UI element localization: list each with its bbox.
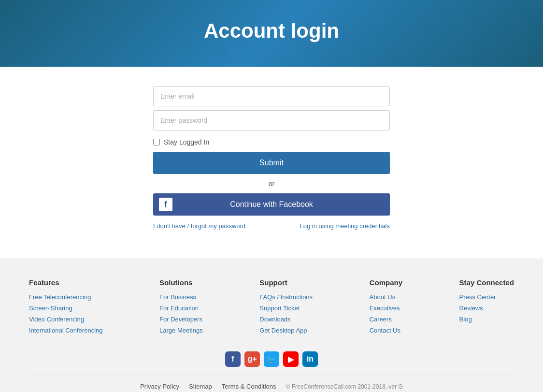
social-twitter-icon[interactable]: 🐦	[264, 351, 279, 367]
footer-link[interactable]: Video Conferencing	[29, 316, 84, 323]
social-facebook-icon[interactable]: f	[225, 351, 241, 367]
footer-col-heading: Features	[29, 278, 103, 287]
list-item: Executives	[370, 304, 402, 312]
footer-col-heading: Support	[259, 278, 313, 287]
list-item: For Developers	[159, 315, 203, 323]
footer-link[interactable]: Careers	[370, 316, 392, 323]
page-header: Account login	[0, 0, 543, 67]
footer-bottom-link[interactable]: Privacy Policy	[140, 383, 179, 390]
footer-col-heading: Solutions	[159, 278, 203, 287]
footer-col: SupportFAQs / InstructionsSupport Ticket…	[259, 278, 313, 337]
meeting-credentials-link[interactable]: Log in using meeting credentials	[300, 222, 390, 230]
footer-col: Stay ConnectedPress CenterReviewsBlog	[459, 278, 514, 337]
list-item: Downloads	[259, 315, 313, 323]
list-item: Contact Us	[370, 326, 402, 334]
footer-link[interactable]: For Education	[159, 305, 199, 312]
list-item: Screen Sharing	[29, 304, 103, 312]
list-item: Video Conferencing	[29, 315, 103, 323]
footer-link[interactable]: Press Center	[459, 293, 496, 301]
list-item: For Business	[159, 292, 203, 301]
login-form: Stay Logged In Submit or f Continue with…	[153, 86, 390, 230]
footer-col: CompanyAbout UsExecutivesCareersContact …	[370, 278, 402, 337]
list-item: Support Ticket	[259, 304, 313, 312]
footer-bottom-link[interactable]: Terms & Conditions	[222, 383, 276, 390]
forgot-password-link[interactable]: I don't have / forgot my password	[153, 222, 245, 230]
footer-link[interactable]: Blog	[459, 316, 472, 323]
footer-columns: FeaturesFree TeleconferencingScreen Shar…	[29, 278, 514, 337]
stay-logged-in-checkbox[interactable]	[153, 139, 160, 145]
list-item: FAQs / Instructions	[259, 292, 313, 301]
footer-link[interactable]: For Business	[159, 293, 196, 301]
list-item: Get Desktop App	[259, 326, 313, 334]
footer-bottom: Privacy PolicySitemapTerms & Conditions©…	[29, 375, 514, 390]
footer-bottom-link[interactable]: Sitemap	[189, 383, 212, 390]
facebook-button[interactable]: f Continue with Facebook	[153, 193, 390, 216]
footer-link[interactable]: Support Ticket	[259, 305, 300, 312]
facebook-button-label: Continue with Facebook	[230, 200, 313, 209]
list-item: Reviews	[459, 304, 514, 312]
social-youtube-icon[interactable]: ▶	[283, 351, 299, 367]
footer-link[interactable]: Contact Us	[370, 327, 400, 334]
stay-logged-in-row: Stay Logged In	[153, 138, 390, 146]
stay-logged-in-label: Stay Logged In	[164, 138, 209, 146]
footer-link[interactable]: Screen Sharing	[29, 305, 72, 312]
footer-link[interactable]: Get Desktop App	[259, 327, 307, 334]
footer-link[interactable]: Large Meetings	[159, 327, 203, 334]
list-item: About Us	[370, 292, 402, 301]
submit-button[interactable]: Submit	[153, 152, 390, 174]
footer-col: FeaturesFree TeleconferencingScreen Shar…	[29, 278, 103, 337]
password-input[interactable]	[153, 110, 390, 131]
footer-link[interactable]: Downloads	[259, 316, 290, 323]
footer-link[interactable]: About Us	[370, 293, 395, 301]
facebook-icon: f	[159, 198, 172, 211]
list-item: For Education	[159, 304, 203, 312]
footer-col-heading: Stay Connected	[459, 278, 514, 287]
footer-link[interactable]: International Conferencing	[29, 327, 103, 334]
footer-link[interactable]: For Developers	[159, 316, 202, 323]
or-divider: or	[153, 180, 390, 188]
form-links: I don't have / forgot my password Log in…	[153, 222, 390, 230]
email-input[interactable]	[153, 86, 390, 106]
footer-link[interactable]: Executives	[370, 305, 400, 312]
social-googleplus-icon[interactable]: g+	[244, 351, 260, 367]
footer: FeaturesFree TeleconferencingScreen Shar…	[0, 259, 543, 392]
social-icons: f g+ 🐦 ▶ in	[29, 351, 514, 367]
footer-link[interactable]: Free Teleconferencing	[29, 293, 91, 301]
copyright-text: © FreeConferenceCall.com 2001-2018, ver …	[286, 383, 403, 390]
footer-link[interactable]: FAQs / Instructions	[259, 293, 313, 301]
main-content: Stay Logged In Submit or f Continue with…	[0, 67, 543, 259]
list-item: Careers	[370, 315, 402, 323]
list-item: Large Meetings	[159, 326, 203, 334]
footer-col: SolutionsFor BusinessFor EducationFor De…	[159, 278, 203, 337]
list-item: Blog	[459, 315, 514, 323]
list-item: International Conferencing	[29, 326, 103, 334]
page-title: Account login	[10, 19, 533, 43]
footer-col-heading: Company	[370, 278, 402, 287]
list-item: Press Center	[459, 292, 514, 301]
list-item: Free Teleconferencing	[29, 292, 103, 301]
social-linkedin-icon[interactable]: in	[302, 351, 318, 367]
footer-link[interactable]: Reviews	[459, 305, 483, 312]
